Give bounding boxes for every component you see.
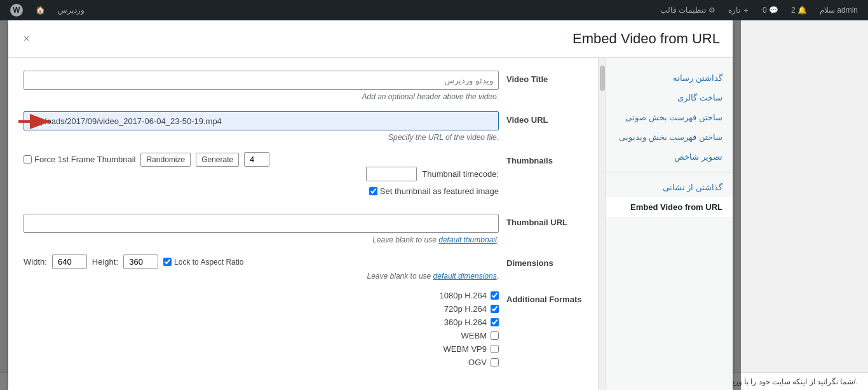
- format-720-label: 720p H.264: [444, 304, 487, 314]
- side-panel-divider: [606, 172, 733, 172]
- modal-title: Embed Video from URL: [573, 31, 720, 47]
- wp-logo-item[interactable]: W: [5, 0, 28, 20]
- home-link[interactable]: 🏠: [31, 0, 50, 20]
- format-1080-label: 1080p H.264: [440, 291, 487, 300]
- sidebar-item-audio-playlist[interactable]: ساختن فهرست بخش صوتی: [606, 108, 733, 127]
- admin-bar-left: W 🏠 وردپرس: [5, 0, 90, 20]
- default-thumb-link[interactable]: default thumbnail: [438, 235, 496, 244]
- timecode-row: Thumbnail timecode:: [24, 167, 499, 181]
- sidebar-item-video-playlist[interactable]: ساختن فهرست بخش ویدیویی: [606, 127, 733, 147]
- randomize-button[interactable]: Randomize: [140, 153, 191, 167]
- site-name[interactable]: وردپرس: [53, 0, 90, 20]
- default-dim-link[interactable]: default dimensions: [433, 272, 497, 281]
- force-thumb-checkbox[interactable]: [24, 155, 32, 164]
- modal-header: × Embed Video from URL: [8, 20, 733, 58]
- format-360-checkbox[interactable]: [491, 318, 499, 326]
- sidebar-item-gallery[interactable]: ساخت گالری: [606, 88, 733, 108]
- timecode-label: Thumbnail timecode:: [422, 169, 499, 179]
- thumb-url-hint: Leave blank to use default thumbnail.: [24, 235, 499, 244]
- theme-settings[interactable]: تنظیمات قالب ⚙: [655, 0, 721, 20]
- format-720-item: 720p H.264: [24, 304, 499, 314]
- video-title-row: Add an optional header above the video. …: [24, 71, 583, 101]
- format-webm-vp9-item: WEBM VP9: [24, 344, 499, 354]
- form-content: Add an optional header above the video. …: [8, 58, 598, 390]
- thumb-url-content: Leave blank to use default thumbnail.: [24, 214, 499, 244]
- format-ogv-checkbox[interactable]: [491, 358, 499, 366]
- format-webm-checkbox[interactable]: [491, 331, 499, 340]
- thumb-url-label: Thumbnail URL: [506, 214, 583, 227]
- height-label: Height:: [92, 257, 118, 267]
- video-url-row: Specify the URL of the video file. Video…: [24, 111, 583, 142]
- new-item[interactable]: تازه ＋: [723, 0, 755, 20]
- thumbnails-row: Force 1st Frame Thumbnail Randomize Gene…: [24, 152, 583, 204]
- side-panel: گذاشتن رسانه ساخت گالری ساختن فهرست بخش …: [606, 58, 733, 390]
- dim-hint: Leave blank to use default dimensions.: [24, 272, 499, 281]
- force-thumb-label[interactable]: Force 1st Frame Thumbnail: [24, 155, 135, 164]
- thumbnails-controls: Force 1st Frame Thumbnail Randomize Gene…: [24, 152, 499, 167]
- thumb-count-input[interactable]: [244, 152, 269, 167]
- format-360-label: 360p H.264: [444, 317, 487, 327]
- generate-button[interactable]: Generate: [196, 153, 239, 167]
- dimensions-content: Width: Height: Lock to Aspect Ratio: [24, 254, 499, 281]
- width-input[interactable]: [52, 254, 87, 269]
- format-ogv-item: OGV: [24, 358, 499, 367]
- sidebar-item-upload-media[interactable]: گذاشتن رسانه: [606, 68, 733, 88]
- video-title-input[interactable]: [24, 71, 499, 90]
- dimensions-label: Dimensions: [506, 254, 583, 268]
- featured-checkbox[interactable]: [369, 187, 377, 195]
- width-label: Width:: [24, 257, 47, 267]
- thumb-url-row: Leave blank to use default thumbnail. Th…: [24, 214, 583, 244]
- video-title-label: Video Title: [506, 71, 583, 84]
- video-url-label: Video URL: [506, 111, 583, 125]
- featured-label[interactable]: Set thumbnail as featured image: [369, 186, 499, 196]
- modal-scroll-thumb: [600, 66, 605, 91]
- additional-formats-label: Additional Formats: [506, 291, 583, 304]
- format-720-checkbox[interactable]: [491, 305, 499, 313]
- additional-formats-row: 1080p H.264 720p H.264 360p H.264: [24, 291, 583, 367]
- format-webm-label: WEBM: [461, 331, 487, 340]
- format-webm-item: WEBM: [24, 331, 499, 340]
- admin-bar: W 🏠 وردپرس تنظیمات قالب ⚙ تازه ＋ 0 💬 2 🔔…: [0, 0, 868, 20]
- format-webm-vp9-label: WEBM VP9: [443, 344, 487, 354]
- wp-admin-sidebar: [741, 20, 868, 372]
- modal-overlay: × Embed Video from URL Add an optional h…: [0, 20, 741, 390]
- modal-close-button[interactable]: ×: [21, 31, 32, 47]
- format-1080-checkbox[interactable]: [491, 291, 499, 300]
- video-title-content: Add an optional header above the video.: [24, 71, 499, 101]
- thumbnails-content: Force 1st Frame Thumbnail Randomize Gene…: [24, 152, 499, 204]
- user-greeting[interactable]: سلام admin: [815, 0, 863, 20]
- lock-ratio-checkbox[interactable]: [163, 258, 172, 266]
- thumbnails-label: Thumbnails: [506, 152, 583, 165]
- sidebar-item-insert-url[interactable]: گذاشتن از نشانی: [606, 178, 733, 197]
- wp-logo-icon: W: [10, 4, 23, 17]
- thumb-url-input[interactable]: [24, 214, 499, 233]
- height-input[interactable]: [123, 254, 158, 269]
- red-arrow-svg: [17, 113, 55, 130]
- dimensions-controls: Width: Height: Lock to Aspect Ratio: [24, 254, 499, 269]
- modal-body: Add an optional header above the video. …: [8, 58, 733, 390]
- format-360-item: 360p H.264: [24, 317, 499, 327]
- format-ogv-label: OGV: [468, 358, 487, 367]
- featured-row: Set thumbnail as featured image: [24, 186, 499, 196]
- updates-count[interactable]: 2 🔔: [786, 0, 812, 20]
- red-arrow-indicator: [17, 113, 55, 132]
- sidebar-item-embed-video[interactable]: Embed Video from URL: [606, 197, 733, 217]
- dimensions-row: Width: Height: Lock to Aspect Ratio: [24, 254, 583, 281]
- embed-video-modal: × Embed Video from URL Add an optional h…: [8, 20, 733, 390]
- video-url-content: Specify the URL of the video file.: [24, 111, 499, 142]
- admin-bar-right: تنظیمات قالب ⚙ تازه ＋ 0 💬 2 🔔 سلام admin: [655, 0, 863, 20]
- sidebar-item-featured-image[interactable]: تصویر شاخص: [606, 147, 733, 167]
- timecode-input[interactable]: [366, 167, 417, 181]
- page-wrapper: × Embed Video from URL Add an optional h…: [0, 20, 868, 390]
- video-title-hint: Add an optional header above the video.: [24, 92, 499, 101]
- lock-ratio-label[interactable]: Lock to Aspect Ratio: [163, 258, 243, 267]
- video-url-hint: Specify the URL of the video file.: [24, 133, 499, 142]
- video-url-input[interactable]: [24, 111, 499, 130]
- formats-list: 1080p H.264 720p H.264 360p H.264: [24, 291, 499, 367]
- format-1080-item: 1080p H.264: [24, 291, 499, 300]
- format-webm-vp9-checkbox[interactable]: [491, 345, 499, 353]
- modal-scrollbar[interactable]: [598, 58, 606, 390]
- formats-content: 1080p H.264 720p H.264 360p H.264: [24, 291, 499, 367]
- comments-count[interactable]: 0 💬: [757, 0, 783, 20]
